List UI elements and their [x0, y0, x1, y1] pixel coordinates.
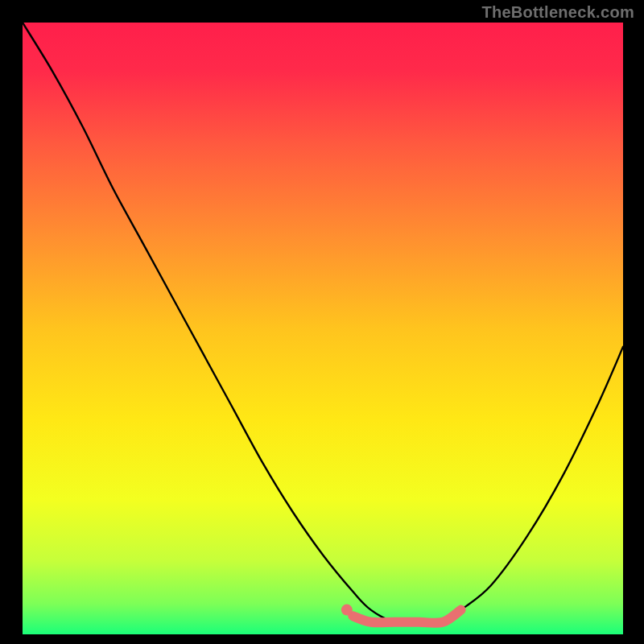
chart-container: TheBottleneck.com — [0, 0, 644, 644]
plot-background — [23, 23, 623, 634]
watermark-text: TheBottleneck.com — [481, 3, 634, 22]
chart-svg — [0, 0, 644, 644]
highlight-dot — [341, 605, 353, 616]
